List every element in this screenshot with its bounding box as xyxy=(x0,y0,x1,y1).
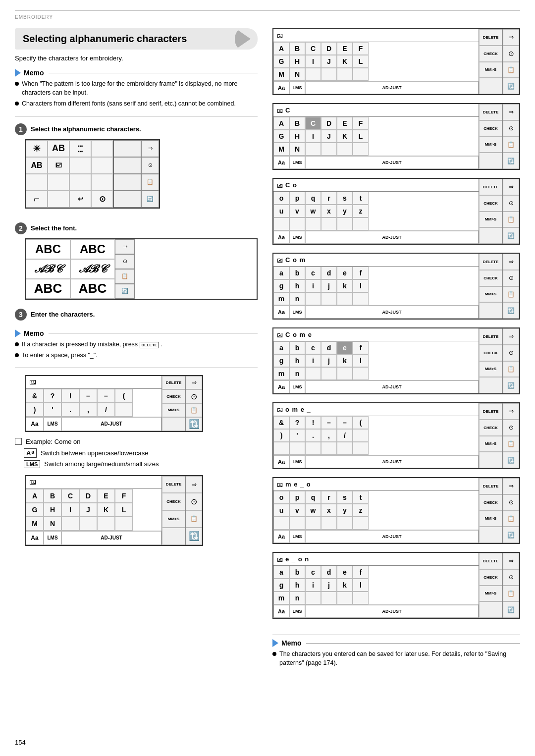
r6-amp[interactable]: & xyxy=(273,416,289,429)
r2-F[interactable]: F xyxy=(353,117,369,130)
r3-v[interactable]: v xyxy=(289,205,305,217)
rp2-refresh[interactable]: 🔃 xyxy=(503,153,519,169)
r1-G[interactable]: G xyxy=(273,55,289,68)
sc-apostrophe[interactable]: ' xyxy=(44,403,61,417)
rp3-delete[interactable]: DELETE xyxy=(479,179,502,195)
rp3-lms[interactable]: LMS xyxy=(289,231,305,244)
cell-K[interactable]: K xyxy=(97,503,115,517)
rp1-check[interactable]: CHECK xyxy=(479,46,502,62)
r2-N[interactable]: N xyxy=(289,143,305,156)
ba-check-btn[interactable]: CHECK xyxy=(162,493,185,510)
cell-C[interactable]: C xyxy=(61,489,79,503)
ba-left-btn[interactable]: ⊙ xyxy=(186,493,202,510)
side-check-btn[interactable]: CHECK xyxy=(162,389,185,403)
r8-f[interactable]: f xyxy=(353,566,369,579)
font-serif-upper2[interactable]: 𝒜ℬ𝒞 xyxy=(70,259,115,279)
rp7-return[interactable]: ⇒ xyxy=(503,478,519,494)
right-left-btn[interactable]: ⊙ xyxy=(186,389,202,403)
r4-f[interactable]: f xyxy=(353,267,369,279)
sc-ampersand[interactable]: & xyxy=(26,389,44,403)
cell-F[interactable]: F xyxy=(115,489,133,503)
rp2-aa[interactable]: Aa xyxy=(273,156,289,169)
r6-ex[interactable]: ! xyxy=(305,416,321,429)
r8-m[interactable]: m xyxy=(273,592,289,604)
r7-u[interactable]: u xyxy=(273,504,289,517)
r2-E[interactable]: E xyxy=(337,117,353,130)
right-btn-left[interactable]: ⊙ xyxy=(141,157,159,174)
r3-r[interactable]: r xyxy=(321,192,337,205)
r6-d2[interactable]: – xyxy=(337,416,353,429)
rp2-left[interactable]: ⊙ xyxy=(503,120,519,137)
r2-H[interactable]: H xyxy=(289,130,305,143)
r7-t[interactable]: t xyxy=(353,491,369,504)
rp4-aa[interactable]: Aa xyxy=(273,306,289,319)
r5-j[interactable]: j xyxy=(321,354,337,367)
r2-M[interactable]: M xyxy=(273,143,289,156)
rp5-return[interactable]: ⇒ xyxy=(503,328,519,345)
ba-right-btn[interactable]: 📋 xyxy=(186,510,202,528)
r8-c[interactable]: c xyxy=(305,566,321,579)
rp-panel-1[interactable]: 🖭 ABCDEF GHIJKL MN Aa xyxy=(272,28,520,95)
right-btn-right[interactable]: 📋 xyxy=(141,174,159,191)
rp4-adj[interactable]: AD-JUST xyxy=(305,306,479,319)
bottom-alpha-panel[interactable]: 🖭 A B C D E F G H I xyxy=(25,475,203,546)
side-mms-btn[interactable]: MM>S xyxy=(162,403,185,417)
rp1-left[interactable]: ⊙ xyxy=(503,46,519,62)
rp5-left[interactable]: ⊙ xyxy=(503,345,519,361)
r5-n[interactable]: n xyxy=(289,367,305,380)
rp6-return[interactable]: ⇒ xyxy=(503,403,519,420)
font-serif-upper[interactable]: 𝒜ℬ𝒞 xyxy=(26,259,70,279)
sc-openparen[interactable]: ( xyxy=(115,389,133,403)
rp6-aa[interactable]: Aa xyxy=(273,455,289,468)
r2-K[interactable]: K xyxy=(337,130,353,143)
cell-A[interactable]: A xyxy=(26,489,44,503)
r8-l[interactable]: l xyxy=(353,579,369,592)
r7-p[interactable]: p xyxy=(289,491,305,504)
r3-q[interactable]: q xyxy=(305,192,321,205)
r5-e[interactable]: e xyxy=(337,341,353,354)
r5-h[interactable]: h xyxy=(289,354,305,367)
r1-L[interactable]: L xyxy=(353,55,369,68)
rp7-left[interactable]: ⊙ xyxy=(503,494,519,511)
special-chars-panel[interactable]: 🖭 & ? ! – – ( ) ' . xyxy=(25,375,203,432)
r4-e[interactable]: e xyxy=(337,267,353,279)
cell-E[interactable]: E xyxy=(97,489,115,503)
rp4-delete[interactable]: DELETE xyxy=(479,254,502,270)
r3-x[interactable]: x xyxy=(321,205,337,217)
step2-font-panel[interactable]: ABC ABC 𝒜ℬ𝒞 𝒜ℬ𝒞 ABC ABC ⇒ ⊙ 📋 🔄 xyxy=(25,238,258,300)
sc-slash[interactable]: / xyxy=(97,403,115,417)
r2-J[interactable]: J xyxy=(321,130,337,143)
r5-i[interactable]: i xyxy=(305,354,321,367)
ba-adj-btn[interactable]: AD-JUST xyxy=(61,531,161,545)
font-bold-upper2[interactable]: ABC xyxy=(70,279,115,299)
cell-L[interactable]: L xyxy=(115,503,133,517)
r5-b[interactable]: b xyxy=(289,341,305,354)
r6-apos[interactable]: ' xyxy=(289,429,305,442)
cell-I[interactable]: I xyxy=(61,503,79,517)
rp4-return[interactable]: ⇒ xyxy=(503,254,519,270)
r5-d[interactable]: d xyxy=(321,341,337,354)
rp5-doc[interactable]: 📋 xyxy=(503,361,519,378)
r4-g[interactable]: g xyxy=(273,279,289,292)
r3-z[interactable]: z xyxy=(353,205,369,217)
rp4-doc[interactable]: 📋 xyxy=(503,286,519,303)
r3-s[interactable]: s xyxy=(337,192,353,205)
r1-A[interactable]: A xyxy=(273,42,289,55)
rp7-adj[interactable]: AD-JUST xyxy=(305,530,479,543)
rp3-refresh[interactable]: 🔃 xyxy=(503,227,519,244)
aa-btn[interactable]: Aa xyxy=(26,417,44,431)
rp4-mms[interactable]: MM>S xyxy=(479,286,502,303)
rp6-lms[interactable]: LMS xyxy=(289,455,305,468)
r4-a[interactable]: a xyxy=(273,267,289,279)
right-down-btn[interactable]: 🔃 xyxy=(186,417,202,431)
rp3-return[interactable]: ⇒ xyxy=(503,179,519,195)
rp1-delete[interactable]: DELETE xyxy=(479,29,502,46)
r8-j[interactable]: j xyxy=(321,579,337,592)
ba-delete-btn[interactable]: DELETE xyxy=(162,476,185,493)
r4-m[interactable]: m xyxy=(273,292,289,305)
r4-l[interactable]: l xyxy=(353,279,369,292)
r6-q[interactable]: ? xyxy=(289,416,305,429)
rp5-refresh[interactable]: 🔃 xyxy=(503,377,519,393)
font-btn-circ[interactable]: ⊙ xyxy=(115,254,135,269)
r8-e[interactable]: e xyxy=(337,566,353,579)
